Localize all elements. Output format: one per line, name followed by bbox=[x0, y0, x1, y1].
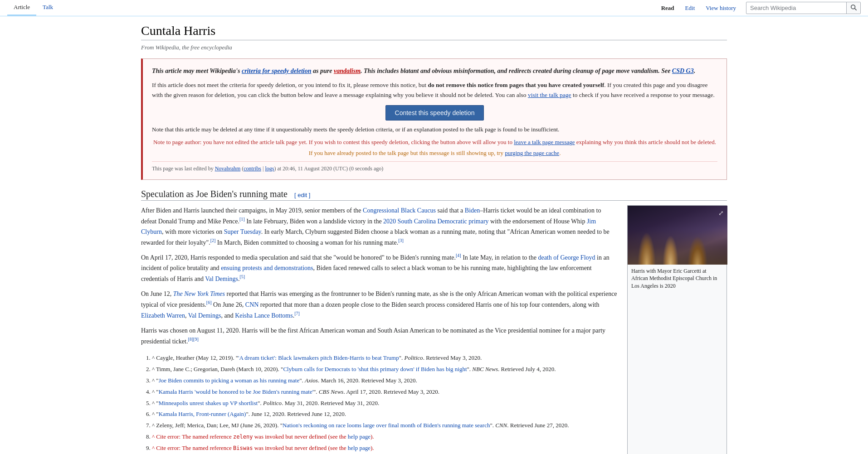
cite-error-8: ^ Cite error: The named reference zeleny… bbox=[152, 433, 374, 440]
tab-talk[interactable]: Talk bbox=[36, 0, 59, 16]
image-crowd: ⤢ bbox=[628, 206, 727, 265]
reference-2: ^ Timm, Jane C.; Gregorian, Dareh (March… bbox=[152, 365, 618, 374]
content: Cuntala Harris From Wikipedia, the free … bbox=[130, 16, 738, 454]
paragraph-2: On April 17, 2020, Harris responded to m… bbox=[141, 252, 618, 284]
image-placeholder: ⤢ bbox=[628, 206, 727, 265]
help-page-link-8[interactable]: help page bbox=[348, 433, 371, 440]
contest-button-wrap: Contest this speedy deletion bbox=[152, 105, 717, 121]
references-section: ^ Caygle, Heather (May 12, 2019). "'A dr… bbox=[141, 353, 618, 453]
protests-link[interactable]: ensuing protests and demonstrations bbox=[221, 265, 313, 271]
section-edit-link[interactable]: [ edit ] bbox=[294, 192, 310, 198]
demings-link[interactable]: Val Demings bbox=[205, 275, 238, 282]
ref7-link[interactable]: Nation's reckoning on race looms large o… bbox=[283, 422, 490, 429]
tab-article[interactable]: Article bbox=[7, 0, 36, 16]
speedy-body-text: If this article does not meet the criter… bbox=[152, 80, 717, 100]
clyburn-link[interactable]: Jim Clyburn bbox=[141, 217, 596, 235]
criteria-link[interactable]: criteria for speedy deletion bbox=[242, 68, 312, 74]
talk-page-link[interactable]: visit the talk page bbox=[528, 92, 571, 98]
demings2-link[interactable]: Val Demings bbox=[188, 312, 221, 319]
csd-g3-link[interactable]: CSD G3 bbox=[672, 68, 694, 74]
header-actions: Read Edit View history bbox=[657, 0, 861, 16]
header: Article Talk Read Edit View history bbox=[0, 0, 868, 16]
reference-1: ^ Caygle, Heather (May 12, 2019). "'A dr… bbox=[152, 353, 618, 363]
help-page-link-9[interactable]: help page bbox=[348, 444, 371, 451]
action-read[interactable]: Read bbox=[657, 1, 679, 15]
ref-2[interactable]: [2] bbox=[210, 238, 216, 243]
ref-4[interactable]: [4] bbox=[456, 253, 461, 258]
contest-speedy-deletion-button[interactable]: Contest this speedy deletion bbox=[385, 105, 484, 121]
nyt-link[interactable]: The New York Times bbox=[173, 290, 225, 297]
ref4-link[interactable]: Kamala Harris 'would be honored to be Jo… bbox=[159, 388, 313, 395]
ref5-link[interactable]: Minneapolis unrest shakes up VP shortlis… bbox=[159, 400, 258, 406]
page-subtitle: From Wikipedia, the free encyclopedia bbox=[141, 44, 727, 51]
super-tuesday-link[interactable]: Super Tuesday bbox=[224, 228, 261, 235]
biden-link[interactable]: Biden bbox=[465, 207, 480, 214]
ref-5[interactable]: [5] bbox=[239, 274, 245, 279]
paragraph-4: Harris was chosen on August 11, 2020. Ha… bbox=[141, 325, 618, 347]
reference-6: ^ "Kamala Harris, Front-runner (Again)".… bbox=[152, 410, 618, 419]
ref-8[interactable]: [8] bbox=[188, 337, 193, 342]
search-button[interactable] bbox=[846, 2, 860, 14]
search-input[interactable] bbox=[746, 3, 846, 13]
cnn-link[interactable]: CNN bbox=[245, 301, 259, 308]
note-orange: If you have already posted to the talk p… bbox=[152, 150, 717, 157]
leave-talk-link[interactable]: leave a talk page message bbox=[514, 139, 575, 145]
sc-primary-link[interactable]: 2020 South Carolina Democratic primary bbox=[383, 217, 489, 224]
reference-8: ^ Cite error: The named reference zeleny… bbox=[152, 432, 618, 442]
references-list: ^ Caygle, Heather (May 12, 2019). "'A dr… bbox=[141, 353, 618, 453]
bottoms-link[interactable]: Keisha Lance Bottoms bbox=[235, 312, 293, 319]
speedy-deletion-box: This article may meet Wikipedia's criter… bbox=[141, 58, 727, 180]
image-caption: Harris with Mayor Eric Garcetti at Afric… bbox=[628, 265, 727, 293]
warren-link[interactable]: Elizabeth Warren bbox=[141, 312, 185, 319]
section-heading: Speculation as Joe Biden's running mate … bbox=[141, 189, 727, 201]
cite-error-9: ^ Cite error: The named reference Biswas… bbox=[152, 444, 374, 451]
reference-7: ^ Zeleny, Jeff; Merica, Dan; Lee, MJ (Ju… bbox=[152, 421, 618, 430]
editor-link[interactable]: Novabrahm bbox=[215, 165, 241, 172]
note-red: Note to page author: you have not edited… bbox=[152, 138, 717, 147]
ref-1[interactable]: [1] bbox=[239, 217, 245, 222]
search-box bbox=[746, 2, 861, 14]
ref2-link[interactable]: Clyburn calls for Democrats to 'shut thi… bbox=[283, 366, 467, 372]
paragraph-1: After Biden and Harris launched their ca… bbox=[141, 205, 618, 248]
reference-3: ^ "Joe Biden commits to picking a woman … bbox=[152, 376, 618, 386]
floyd-link[interactable]: death of George Floyd bbox=[538, 254, 595, 261]
last-edited: This page was last edited by Novabrahm (… bbox=[152, 161, 717, 172]
paragraph-3: On June 12, The New York Times reported … bbox=[141, 289, 618, 321]
section-title-text: Speculation as Joe Biden's running mate bbox=[141, 189, 288, 199]
article-body: After Biden and Harris launched their ca… bbox=[141, 205, 727, 454]
contribs-link[interactable]: contribs bbox=[244, 165, 261, 172]
reference-4: ^ "Kamala Harris 'would be honored to be… bbox=[152, 387, 618, 397]
speedy-main-notice: This article may meet Wikipedia's criter… bbox=[152, 66, 717, 76]
image-box: ⤢ Harris with Mayor Eric Garcetti at Afr… bbox=[627, 205, 727, 454]
cbc-link[interactable]: Congressional Black Caucus bbox=[363, 207, 436, 214]
ref-6[interactable]: [6] bbox=[206, 300, 212, 305]
vandalism-link[interactable]: vandalism bbox=[334, 68, 361, 74]
page-title: Cuntala Harris bbox=[141, 24, 727, 40]
note-deletion: Note that this article may be deleted at… bbox=[152, 126, 717, 133]
reference-9: ^ Cite error: The named reference Biswas… bbox=[152, 444, 618, 453]
reference-5: ^ "Minneapolis unrest shakes up VP short… bbox=[152, 399, 618, 408]
article-text: After Biden and Harris launched their ca… bbox=[141, 205, 618, 454]
ref-9[interactable]: [9] bbox=[193, 337, 199, 342]
ref-3[interactable]: [3] bbox=[398, 238, 404, 243]
image-expand-icon[interactable]: ⤢ bbox=[718, 209, 724, 217]
ref-7[interactable]: [7] bbox=[294, 311, 300, 316]
purge-cache-link[interactable]: purging the page cache bbox=[505, 150, 559, 156]
action-edit[interactable]: Edit bbox=[681, 1, 700, 15]
action-view-history[interactable]: View history bbox=[701, 1, 741, 15]
ref6-link[interactable]: Kamala Harris, Front-runner (Again) bbox=[159, 411, 246, 417]
logs-link[interactable]: logs bbox=[265, 165, 274, 172]
ref3-link[interactable]: Joe Biden commits to picking a woman as … bbox=[159, 377, 300, 384]
search-icon bbox=[850, 4, 857, 10]
ref1-link[interactable]: 'A dream ticket': Black lawmakers pitch … bbox=[238, 354, 399, 361]
svg-line-1 bbox=[855, 9, 857, 10]
tabs: Article Talk bbox=[7, 0, 59, 16]
